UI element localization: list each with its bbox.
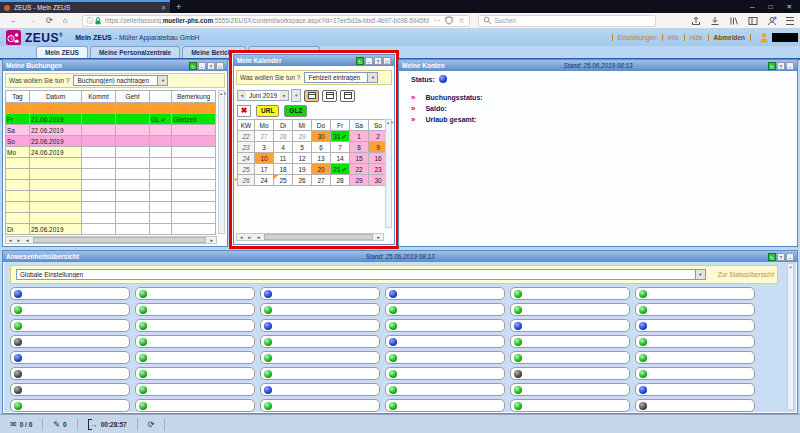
- presence-entry[interactable]: [10, 287, 130, 300]
- presence-entry[interactable]: [10, 351, 130, 364]
- calendar-day-cell[interactable]: 8: [350, 142, 369, 153]
- calendar-day-cell[interactable]: 4: [274, 142, 293, 153]
- presence-entry[interactable]: [135, 319, 255, 332]
- chevron-down-icon[interactable]: ▼: [367, 73, 377, 82]
- booking-row[interactable]: Di25.06.2019: [6, 224, 216, 235]
- chevron-down-icon[interactable]: ▼: [157, 76, 167, 85]
- tab-meine-personalzentrale[interactable]: Meine Personalzentrale: [90, 46, 180, 58]
- sidebar-icon[interactable]: [748, 16, 758, 26]
- edits-status[interactable]: ✎ 0: [43, 415, 76, 433]
- presence-entry[interactable]: [10, 383, 130, 396]
- presence-entry[interactable]: [10, 367, 130, 380]
- presence-entry[interactable]: [135, 351, 255, 364]
- presence-entry[interactable]: [260, 335, 380, 348]
- presence-entry[interactable]: [135, 399, 255, 412]
- chevron-down-icon[interactable]: ▼: [695, 270, 705, 279]
- calendar-day-cell[interactable]: 22: [350, 164, 369, 175]
- logout-link[interactable]: Abmelden: [708, 34, 751, 41]
- bookmark-star-icon[interactable]: ☆: [458, 17, 464, 25]
- booking-row[interactable]: Mo24.06.2019: [6, 147, 216, 158]
- info-link[interactable]: Info: [662, 34, 684, 41]
- presence-entry[interactable]: [635, 319, 755, 332]
- view-one-month-button[interactable]: [304, 90, 319, 102]
- booking-row[interactable]: [6, 103, 216, 114]
- presence-entry[interactable]: [260, 287, 380, 300]
- calendar-day-cell[interactable]: 29: [293, 131, 312, 142]
- presence-entry[interactable]: [385, 351, 505, 364]
- booking-row[interactable]: [6, 213, 216, 224]
- tab-mein-zeus[interactable]: Mein ZEUS: [36, 46, 88, 58]
- presence-entry[interactable]: [260, 303, 380, 316]
- presence-entry[interactable]: [135, 383, 255, 396]
- presence-entry[interactable]: [510, 335, 630, 348]
- booking-row[interactable]: [6, 191, 216, 202]
- home-icon[interactable]: ⌂: [63, 16, 68, 25]
- presence-entry[interactable]: [510, 319, 630, 332]
- calendar-day-cell[interactable]: 19: [293, 164, 312, 175]
- presence-entry[interactable]: [260, 383, 380, 396]
- presence-entry[interactable]: [385, 383, 505, 396]
- account-icon[interactable]: [767, 16, 777, 26]
- forward-icon[interactable]: →: [28, 16, 36, 25]
- help-link[interactable]: Hilfe: [684, 34, 708, 41]
- presence-entry[interactable]: [510, 383, 630, 396]
- month-dropdown-icon[interactable]: ▼: [291, 89, 301, 102]
- presence-entry[interactable]: [635, 351, 755, 364]
- calendar-day-cell[interactable]: 21✔: [331, 164, 350, 175]
- presence-entry[interactable]: [10, 319, 130, 332]
- booking-row[interactable]: [6, 169, 216, 180]
- presence-entry[interactable]: [385, 399, 505, 412]
- calendar-day-cell[interactable]: 28: [331, 175, 350, 186]
- tab-close-icon[interactable]: ✕: [161, 4, 166, 11]
- refresh-icon[interactable]: ↻: [768, 62, 776, 70]
- presence-entry[interactable]: [510, 399, 630, 412]
- minimize-icon[interactable]: −: [786, 253, 794, 261]
- messages-status[interactable]: ✉ 0 / 0: [0, 415, 42, 433]
- presence-entry[interactable]: [385, 335, 505, 348]
- presence-entry[interactable]: [10, 303, 130, 316]
- calendar-day-cell[interactable]: 1: [350, 131, 369, 142]
- calendar-day-cell[interactable]: 25: [274, 175, 293, 186]
- presence-entry[interactable]: [510, 351, 630, 364]
- cancel-button[interactable]: ✖: [237, 105, 251, 117]
- calendar-day-cell[interactable]: 28: [274, 131, 293, 142]
- refresh-icon[interactable]: ↻: [356, 57, 364, 65]
- booking-row[interactable]: So23.06.2019: [6, 136, 216, 147]
- urlaub-button[interactable]: URL: [256, 105, 279, 117]
- buchungen-vertical-scrollbar[interactable]: ▲▼: [218, 90, 225, 234]
- refresh-icon[interactable]: ↻: [768, 253, 776, 261]
- booking-row[interactable]: [6, 180, 216, 191]
- booking-row[interactable]: Sa22.06.2019: [6, 125, 216, 136]
- save-to-pocket-icon[interactable]: [691, 16, 701, 26]
- presence-entry[interactable]: [10, 399, 130, 412]
- buchungen-horizontal-scrollbar[interactable]: ◄►◄ ►: [5, 236, 217, 244]
- kalender-vertical-scrollbar[interactable]: ▲▼: [385, 119, 392, 228]
- presence-entry[interactable]: [385, 303, 505, 316]
- page-actions-icon[interactable]: ⋯: [433, 17, 440, 25]
- presence-entry[interactable]: [10, 335, 130, 348]
- calendar-day-cell[interactable]: 7: [331, 142, 350, 153]
- anwesenheit-vertical-scrollbar[interactable]: ▲: [787, 263, 794, 410]
- help-icon[interactable]: ?: [374, 57, 382, 65]
- new-tab-button[interactable]: +: [176, 2, 181, 12]
- window-close-icon[interactable]: ✕: [787, 3, 792, 11]
- presence-entry[interactable]: [635, 367, 755, 380]
- view-two-months-button[interactable]: [322, 90, 337, 102]
- presence-entry[interactable]: [510, 303, 630, 316]
- calendar-day-cell[interactable]: 13: [312, 153, 331, 164]
- presence-entry[interactable]: [135, 287, 255, 300]
- presence-entry[interactable]: [635, 383, 755, 396]
- presence-entry[interactable]: [510, 287, 630, 300]
- column-header-tag[interactable]: Tag: [6, 91, 30, 103]
- maximize-icon[interactable]: □: [383, 57, 391, 65]
- presence-entry[interactable]: [135, 367, 255, 380]
- calendar-day-cell[interactable]: 24: [255, 175, 274, 186]
- calendar-day-cell[interactable]: 31✔: [331, 131, 350, 142]
- presence-entry[interactable]: [385, 319, 505, 332]
- help-icon[interactable]: ?: [777, 253, 785, 261]
- presence-entry[interactable]: [635, 303, 755, 316]
- calendar-day-cell[interactable]: 12: [293, 153, 312, 164]
- back-icon[interactable]: ←: [10, 16, 18, 25]
- column-header-datum[interactable]: Datum: [30, 91, 82, 103]
- menu-icon[interactable]: [786, 17, 794, 25]
